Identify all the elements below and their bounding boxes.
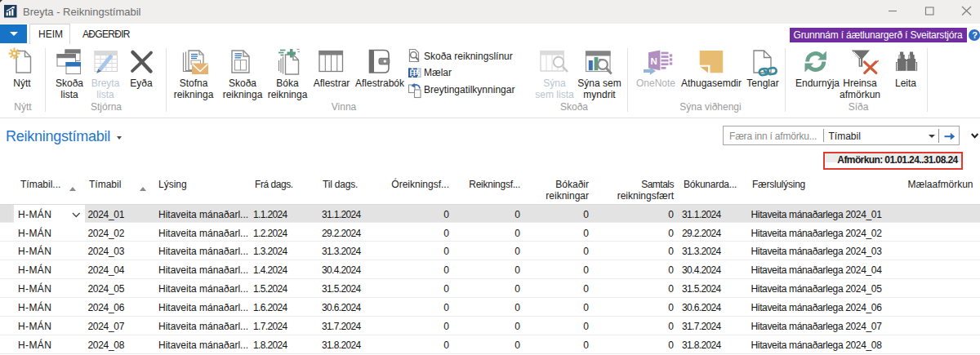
svg-text:N: N <box>651 56 657 66</box>
